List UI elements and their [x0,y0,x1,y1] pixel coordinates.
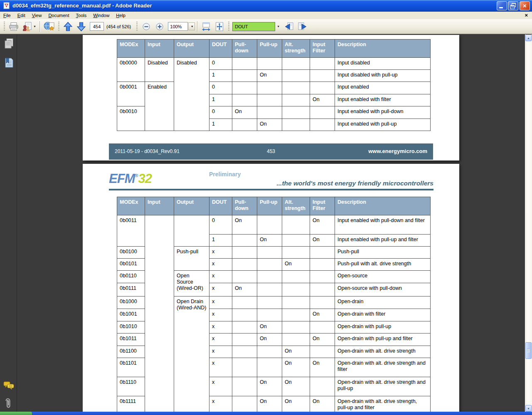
toolbar-grip [4,22,5,32]
attachments-panel-icon[interactable] [3,397,15,409]
menu-tools[interactable]: Tools [73,12,90,19]
table-cell [257,283,282,296]
fit-page-icon [214,22,224,32]
column-header: Description [335,197,431,215]
table-cell: x [209,321,232,333]
windows-taskbar-edge[interactable] [0,412,532,415]
scroll-down-icon: ▼ [527,407,530,410]
fit-page-button[interactable] [213,20,226,33]
table-cell: x [209,259,232,271]
table-cell: 0b1101 [117,358,145,377]
table-cell: On [257,377,282,396]
table-cell: On [310,94,335,106]
pdf-page-454: EFM®32 Preliminary ...the world's most e… [83,164,459,412]
menu-view[interactable]: View [29,12,45,19]
toolbar-grip [58,22,59,32]
toolbar-grip [228,22,229,32]
menu-items: FileEditViewDocumentToolsWindowHelp [0,12,129,19]
table-cell [310,283,335,296]
table-cell: Disabled [174,58,209,131]
table-cell [282,58,310,70]
table-cell: x [209,346,232,358]
table-cell [257,215,282,235]
restore-icon [510,5,515,9]
table-cell: Push-pull [335,247,431,259]
table-cell [232,247,257,259]
table-cell [257,259,282,271]
zoom-dropdown-button[interactable]: ▼ [188,22,195,30]
column-header: Pull-down [232,197,257,215]
comments-panel-icon[interactable] [3,380,15,392]
table-cell: On [310,309,335,321]
table-cell: On [310,358,335,377]
menu-edit[interactable]: Edit [14,12,29,19]
table-cell [282,82,310,94]
table-cell [257,296,282,309]
previous-page-button[interactable] [62,20,74,33]
window-title: d0034_efm32tg_reference_manual.pdf - Ado… [12,0,152,11]
table-cell [174,215,209,247]
find-previous-button[interactable] [283,20,295,33]
table-cell: Open-drain with alt. drive strength, pul… [335,396,431,412]
find-dropdown-caret[interactable]: ▼ [277,25,280,28]
table-cell: 0b0011 [117,215,145,247]
table-cell: On [232,283,257,296]
find-input[interactable] [232,22,275,31]
table-row: 0b0000DisabledDisabled0Input disabled [117,58,431,70]
zoom-level-input[interactable] [168,22,188,31]
column-header: Output [174,197,209,215]
table-cell [257,247,282,259]
zoom-out-button[interactable] [140,20,153,33]
table-cell [282,247,310,259]
table-cell [257,271,282,283]
table-cell: 1 [209,119,232,131]
close-document-icon[interactable]: × [525,12,528,19]
pages-panel-icon[interactable] [3,38,15,49]
column-header: DOUT [209,197,232,215]
table-cell: Open Source (Wired-OR) [174,271,209,296]
column-header: Input [145,197,174,215]
menu-document[interactable]: Document [45,12,72,19]
restore-button[interactable] [508,1,518,10]
table-cell [232,396,257,412]
table-cell: 0b0110 [117,271,145,283]
scroll-down-button[interactable]: ▼ [525,405,532,412]
table-cell [282,296,310,309]
scroll-up-button[interactable]: ▲ [525,35,532,41]
menu-window[interactable]: Window [90,12,113,19]
table-cell [282,333,310,346]
table-cell: On [257,321,282,333]
next-page-button[interactable] [75,20,88,33]
table-cell [282,271,310,283]
zoom-in-button[interactable] [153,20,166,33]
fit-width-button[interactable] [200,20,212,33]
acrobat-com-button[interactable] [42,20,56,33]
column-header: Pull-up [257,197,282,215]
menu-help[interactable]: Help [113,12,129,19]
table-cell [310,296,335,309]
table-cell [257,94,282,106]
bookmarks-panel-icon[interactable] [3,57,15,69]
minimize-button[interactable] [497,1,507,10]
start-button-edge[interactable] [0,412,32,415]
table-cell: Disabled [145,58,174,82]
collaborate-button[interactable]: ▼ [21,20,37,33]
table-cell: On [257,235,282,247]
vertical-scrollbar[interactable]: ▲ ▼ [525,35,532,412]
page-number-input[interactable] [90,22,104,31]
table-cell: 0b0101 [117,259,145,271]
table-cell [310,70,335,82]
close-button[interactable]: × [520,1,530,10]
printer-icon [9,22,19,31]
menu-file[interactable]: File [0,12,14,19]
title-bar: d0034_efm32tg_reference_manual.pdf - Ado… [0,0,532,12]
scrollbar-thumb[interactable] [525,342,532,359]
table-cell: Open-drain with pull-up and filter [335,333,431,346]
table-cell: On [257,70,282,82]
table-cell: On [310,215,335,235]
table-cell [310,106,335,119]
table-cell: On [310,333,335,346]
find-next-button[interactable] [296,20,308,33]
gpio-mode-table-page-453: MODExInputOutputDOUTPull-downPull-upAlt.… [117,39,431,131]
print-button[interactable] [7,20,20,33]
